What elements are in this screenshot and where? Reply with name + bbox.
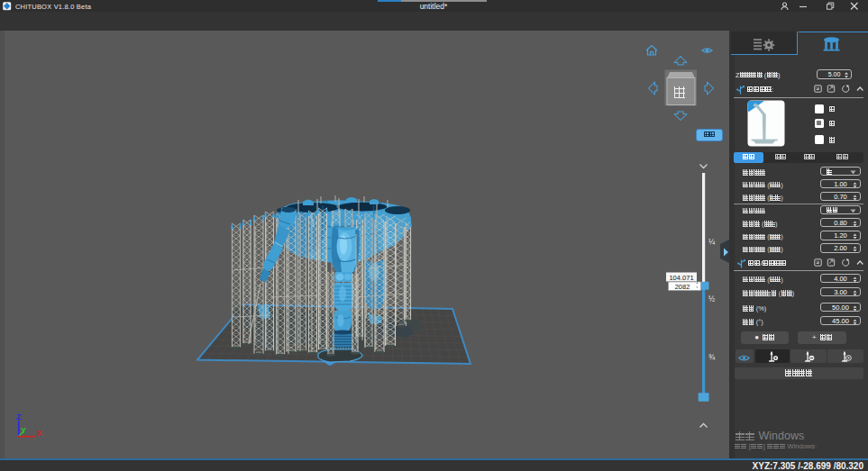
svg-text:2082: 2082 <box>675 283 690 291</box>
svg-text:¾: ¾ <box>708 352 716 361</box>
svg-text:104.071: 104.071 <box>669 274 693 282</box>
svg-text:¼: ¼ <box>708 237 716 246</box>
svg-text:Z: Z <box>16 412 22 421</box>
svg-text:X: X <box>37 429 42 438</box>
svg-text:½: ½ <box>708 294 715 303</box>
